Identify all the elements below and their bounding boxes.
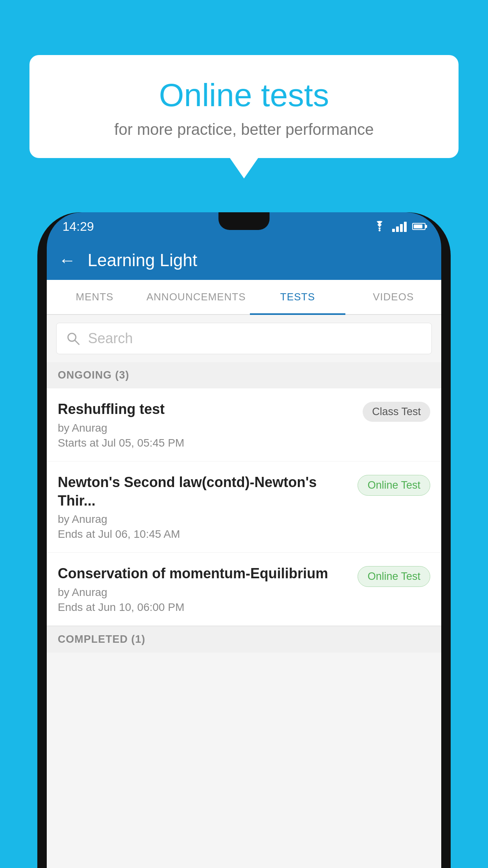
completed-label: COMPLETED (1) [58,633,145,645]
test-by: by Anurag [58,422,355,434]
tabs-container: MENTS ANNOUNCEMENTS TESTS VIDEOS [47,280,441,315]
tab-videos[interactable]: VIDEOS [345,280,441,314]
speech-bubble-title: Online tests [53,77,435,114]
ongoing-section-header: ONGOING (3) [47,362,441,388]
test-item[interactable]: Reshuffling test by Anurag Starts at Jul… [47,388,441,462]
test-time: Starts at Jul 05, 05:45 PM [58,437,355,449]
phone-frame: 14:29 [37,212,451,868]
phone-notch [218,212,270,230]
search-icon [66,331,80,346]
screen-content: MENTS ANNOUNCEMENTS TESTS VIDEOS Search … [47,280,441,868]
speech-bubble-container: Online tests for more practice, better p… [29,55,459,158]
status-icons [372,221,426,232]
tab-ments[interactable]: MENTS [47,280,143,314]
test-item[interactable]: Conservation of momentum-Equilibrium by … [47,553,441,626]
completed-section-header: COMPLETED (1) [47,626,441,653]
speech-bubble-subtitle: for more practice, better performance [53,121,435,138]
phone-inner: 14:29 [47,212,441,868]
back-button[interactable]: ← [59,250,76,270]
wifi-icon [372,221,387,232]
test-name: Newton's Second law(contd)-Newton's Thir… [58,473,350,510]
speech-bubble: Online tests for more practice, better p… [29,55,459,158]
test-badge-class: Class Test [363,402,430,422]
svg-line-2 [75,340,79,344]
app-header: ← Learning Light [47,241,441,280]
test-time: Ends at Jul 06, 10:45 AM [58,528,350,541]
test-badge-online-2: Online Test [358,566,430,587]
test-time: Ends at Jun 10, 06:00 PM [58,601,350,614]
svg-point-0 [379,230,381,232]
status-time: 14:29 [62,219,94,234]
battery-icon [412,223,426,230]
test-info: Reshuffling test by Anurag Starts at Jul… [58,400,355,449]
test-name: Conservation of momentum-Equilibrium [58,565,350,583]
search-input[interactable]: Search [88,330,133,347]
ongoing-label: ONGOING (3) [58,369,129,381]
test-info: Newton's Second law(contd)-Newton's Thir… [58,473,350,541]
app-title: Learning Light [88,250,197,270]
test-by: by Anurag [58,513,350,526]
test-info: Conservation of momentum-Equilibrium by … [58,565,350,614]
test-item[interactable]: Newton's Second law(contd)-Newton's Thir… [47,462,441,553]
signal-bars-icon [392,221,407,232]
search-bar[interactable]: Search [56,323,432,354]
tab-announcements[interactable]: ANNOUNCEMENTS [143,280,250,314]
test-by: by Anurag [58,586,350,599]
search-container: Search [47,315,441,362]
test-badge-online: Online Test [358,475,430,496]
tab-tests[interactable]: TESTS [250,280,346,314]
test-name: Reshuffling test [58,400,355,419]
